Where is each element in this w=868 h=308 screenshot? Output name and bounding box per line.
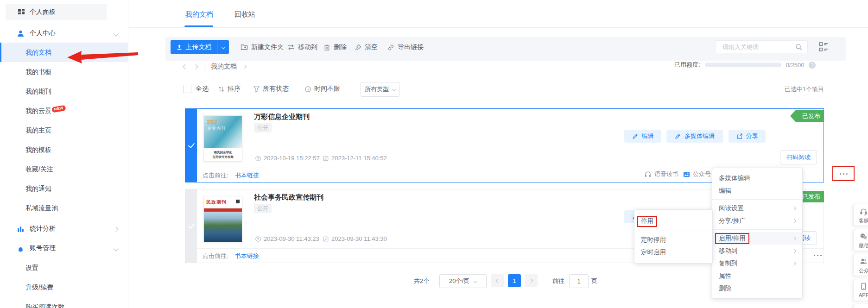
- menu-item-edit[interactable]: 编辑: [712, 184, 802, 197]
- float-widget-app[interactable]: APP: [853, 279, 868, 301]
- menu-item-read-settings[interactable]: 阅读设置: [712, 202, 802, 214]
- share-icon: [736, 133, 743, 139]
- pencil-icon: [632, 133, 639, 139]
- menu-item-copy-to[interactable]: 复制到: [712, 257, 802, 270]
- publish-time-icon: [255, 236, 261, 242]
- sidebar-item-my-journals[interactable]: 我的期刊: [0, 82, 128, 101]
- next-page-button[interactable]: [525, 274, 538, 287]
- tab-recycle-bin[interactable]: 回收站: [234, 10, 255, 19]
- sidebar-item-settings[interactable]: 设置: [0, 258, 128, 277]
- check-icon: [188, 141, 194, 148]
- sidebar-item-my-homepage[interactable]: 我的主页: [0, 120, 128, 140]
- tabs-divider: [128, 27, 868, 28]
- cover-masthead: 民政期刊: [206, 199, 227, 206]
- selected-count-info: 已选中1个项目: [757, 85, 824, 94]
- share-button[interactable]: 分享: [729, 130, 766, 143]
- book-link[interactable]: 书本链接: [235, 171, 259, 180]
- voice-read-button[interactable]: 语音读书: [644, 170, 678, 179]
- sort-icon: [218, 86, 225, 93]
- status-filter[interactable]: 所有状态: [253, 82, 289, 96]
- menu-item-delete[interactable]: 删除: [712, 282, 802, 295]
- select-all-label[interactable]: 全选: [196, 85, 209, 93]
- cover-year: 2022: [207, 119, 217, 125]
- person-icon: [17, 30, 25, 38]
- select-all-checkbox[interactable]: [183, 85, 191, 93]
- goto-page-input[interactable]: [569, 274, 589, 288]
- document-title: 万彩信息企业期刊: [254, 113, 310, 121]
- submenu-item-disable[interactable]: 停用: [634, 214, 712, 228]
- scan-read-button[interactable]: 扫码阅读: [780, 151, 817, 164]
- active-tab-underline: [184, 25, 213, 27]
- more-actions-button-annotated[interactable]: [832, 166, 855, 181]
- document-cover-thumbnail[interactable]: 2022 企业内刊 领先的全球化 应用软件开发商: [203, 115, 242, 162]
- menu-item-properties[interactable]: 属性: [712, 270, 802, 282]
- upload-button[interactable]: 上传文档: [171, 40, 229, 54]
- sidebar-item-private-traffic[interactable]: 私域流量池: [0, 198, 128, 218]
- move-arrows-icon: [287, 44, 295, 51]
- help-icon[interactable]: [809, 62, 816, 69]
- more-actions-button[interactable]: [808, 251, 827, 259]
- menu-divider: [712, 199, 802, 200]
- search-input[interactable]: [722, 43, 793, 51]
- move-to-button[interactable]: 移动到: [287, 41, 317, 54]
- view-toggle-icon[interactable]: [818, 42, 829, 52]
- page-unit-label: 页: [591, 277, 597, 285]
- tab-my-docs[interactable]: 我的文档: [185, 10, 213, 19]
- sort-control[interactable]: 排序: [218, 82, 241, 96]
- menu-item-media-edit[interactable]: 多媒体编辑: [712, 172, 802, 184]
- headset-icon: [860, 207, 868, 215]
- book-link[interactable]: 书本链接: [235, 252, 259, 260]
- sidebar-section-account[interactable]: 账号管理: [0, 239, 128, 258]
- breadcrumb[interactable]: 我的文档: [211, 63, 237, 71]
- search-icon[interactable]: [795, 43, 803, 51]
- menu-item-move-to[interactable]: 移动到: [712, 245, 802, 257]
- back-icon[interactable]: [183, 64, 188, 69]
- visibility-badge: 公开: [254, 204, 272, 213]
- sidebar-item-my-cloudview[interactable]: 我的云景NEW: [0, 101, 128, 120]
- phone-icon: [860, 283, 868, 290]
- upload-dropdown-caret[interactable]: [217, 46, 229, 49]
- update-time-icon: [323, 236, 329, 242]
- pencil-icon: [675, 133, 681, 139]
- official-account-button[interactable]: 公众号: [683, 170, 711, 179]
- sidebar-item-favorites[interactable]: 收藏/关注: [0, 159, 128, 179]
- menu-item-enable-disable[interactable]: 启用/停用: [712, 232, 802, 245]
- sidebar-item-dashboard[interactable]: 个人面板: [6, 4, 107, 20]
- export-links-button[interactable]: 导出链接: [387, 41, 424, 54]
- sidebar-section-personal-center[interactable]: 个人中心: [0, 24, 128, 43]
- section-label: 个人中心: [30, 29, 56, 38]
- sidebar-item-my-templates[interactable]: 我的模板: [0, 140, 128, 159]
- type-filter-select[interactable]: 所有类型: [361, 82, 399, 97]
- sidebar-item-notifications[interactable]: 我的通知: [0, 179, 128, 198]
- menu-divider: [634, 231, 712, 231]
- submenu-item-scheduled-enable[interactable]: 定时启用: [634, 246, 712, 258]
- document-cover-thumbnail[interactable]: 民政期刊: [203, 196, 242, 242]
- menu-item-share-promote[interactable]: 分享/推广: [712, 214, 802, 227]
- clear-button[interactable]: 清空: [355, 41, 378, 54]
- forward-icon[interactable]: [193, 64, 198, 69]
- document-manager-screen: 个人面板 个人中心 我的文档 我的书橱 我的期刊 我的云景NEW 我的主页 我的…: [0, 0, 868, 308]
- float-widget-partial[interactable]: [853, 304, 868, 308]
- media-edit-button[interactable]: 多媒体编辑: [666, 130, 723, 143]
- sidebar-item-upgrade[interactable]: 升级/续费: [0, 277, 128, 297]
- sidebar-section-statistics[interactable]: 统计分析: [0, 219, 128, 239]
- time-filter[interactable]: 时间不限: [304, 82, 340, 96]
- prev-page-button[interactable]: [491, 274, 504, 287]
- sidebar-item-buy-reads[interactable]: 购买阅读次数: [0, 297, 128, 308]
- submenu-item-scheduled-disable[interactable]: 定时停用: [634, 233, 712, 246]
- new-folder-button[interactable]: 新建文件夹: [241, 41, 284, 54]
- current-page-button[interactable]: 1: [508, 274, 521, 287]
- float-widget-support[interactable]: 客服: [853, 204, 868, 226]
- edit-button[interactable]: 编辑: [624, 130, 661, 143]
- chevron-right-icon: [792, 236, 796, 240]
- publish-time: 2023-09-30 11:43:23: [255, 235, 319, 242]
- document-title: 社会事务民政宣传期刊: [254, 193, 323, 202]
- publish-time: 2023-10-19 15:22:57: [255, 155, 320, 162]
- upload-label: 上传文档: [186, 43, 212, 51]
- float-widget-wechat[interactable]: 微信: [853, 229, 868, 251]
- selection-strip[interactable]: [185, 189, 197, 263]
- page-size-select[interactable]: 20个/页: [439, 274, 487, 288]
- float-widget-official-account[interactable]: 公众号: [853, 254, 868, 276]
- selection-strip[interactable]: [185, 109, 197, 182]
- delete-button[interactable]: 删除: [323, 41, 347, 54]
